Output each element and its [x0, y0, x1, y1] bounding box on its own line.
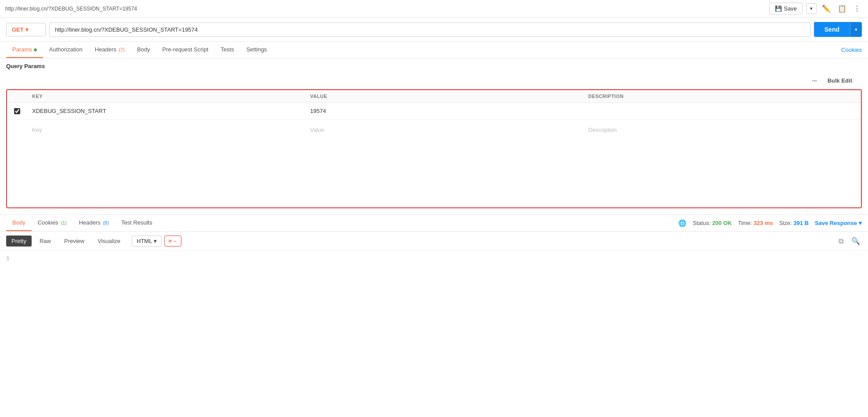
value-header: VALUE [305, 90, 583, 102]
empty-key-cell[interactable] [27, 123, 305, 137]
globe-icon: 🌐 [678, 219, 687, 227]
bulk-edit-bar: ··· Bulk Edit [6, 72, 862, 89]
bulk-edit-button[interactable]: Bulk Edit [824, 76, 856, 86]
bottom-tab-cookies[interactable]: Cookies (1) [32, 215, 73, 231]
method-select[interactable]: GET ▾ [6, 23, 46, 36]
send-main-button[interactable]: Send [814, 22, 850, 37]
value-cell: 19574 [305, 104, 583, 118]
top-bar: http://liner.blog.cn/?XDEBUG_SESSION_STA… [0, 0, 868, 18]
status-time: 323 ms [754, 220, 773, 226]
description-cell [583, 108, 861, 115]
tab-authorization[interactable]: Authorization [43, 42, 89, 58]
cookies-link[interactable]: Cookies [841, 42, 862, 58]
response-tabs: Body Cookies (1) Headers (8) Test Result… [0, 214, 868, 232]
save-response-button[interactable]: Save Response ▾ [815, 220, 862, 226]
params-table: KEY VALUE DESCRIPTION XDEBUG_SESSION_STA… [6, 89, 862, 208]
params-dot [34, 48, 37, 51]
raw-tab[interactable]: Raw [34, 236, 56, 247]
more-icon-button[interactable]: ··· [809, 76, 821, 86]
copy-response-button[interactable]: ⧉ [837, 236, 845, 247]
visualize-tab[interactable]: Visualize [92, 236, 126, 247]
key-input[interactable] [32, 127, 300, 133]
status-label: Status: 200 OK [693, 220, 732, 226]
more-options-button[interactable]: ⋮ [852, 3, 863, 15]
bottom-tab-test-results[interactable]: Test Results [115, 215, 159, 231]
row-checkbox-cell[interactable] [7, 105, 27, 118]
table-row: XDEBUG_SESSION_START 19574 [7, 103, 861, 120]
preview-tab[interactable]: Preview [59, 236, 90, 247]
empty-value-cell[interactable] [305, 123, 583, 137]
key-header: KEY [27, 90, 305, 102]
top-bar-actions: 💾 Save ▾ ✏️ 📋 ⋮ [769, 3, 863, 15]
line-number: 1 [6, 255, 10, 262]
pretty-tab[interactable]: Pretty [6, 236, 32, 247]
url-input[interactable] [49, 22, 810, 37]
tab-tests[interactable]: Tests [214, 42, 240, 58]
wrap-icon: ≡→ [168, 238, 177, 244]
key-cell: XDEBUG_SESSION_START [27, 104, 305, 118]
status-area: 🌐 Status: 200 OK Time: 323 ms Size: 391 … [678, 219, 862, 227]
value-input[interactable] [310, 127, 578, 133]
size-label: Size: 391 B [779, 220, 809, 226]
response-toolbar: Pretty Raw Preview Visualize HTML ▾ ≡→ ⧉… [0, 232, 868, 251]
description-input[interactable] [588, 127, 856, 133]
status-code: 200 OK [712, 220, 732, 226]
bottom-tab-headers[interactable]: Headers (8) [73, 215, 115, 231]
tab-params[interactable]: Params [6, 42, 43, 58]
params-area: ··· Bulk Edit KEY VALUE DESCRIPTION XDEB… [0, 72, 868, 214]
time-label: Time: 323 ms [738, 220, 773, 226]
status-size: 391 B [793, 220, 809, 226]
save-button[interactable]: 💾 Save [769, 3, 803, 15]
checkbox-header-cell [7, 90, 27, 102]
bottom-tab-body[interactable]: Body [6, 215, 32, 231]
tab-body[interactable]: Body [131, 42, 156, 58]
format-select[interactable]: HTML ▾ [132, 236, 162, 247]
save-caret-button[interactable]: ▾ [806, 3, 817, 14]
tab-headers[interactable]: Headers (7) [89, 42, 131, 58]
tab-settings[interactable]: Settings [240, 42, 273, 58]
top-bar-url: http://liner.blog.cn/?XDEBUG_SESSION_STA… [5, 6, 137, 12]
wrap-button[interactable]: ≡→ [164, 236, 181, 247]
send-caret-button[interactable]: ▾ [850, 23, 862, 36]
row-checkbox[interactable] [14, 108, 20, 114]
send-button-group: Send ▾ [814, 22, 862, 37]
params-header: KEY VALUE DESCRIPTION [7, 90, 861, 103]
description-header: DESCRIPTION [583, 90, 861, 102]
save-icon: 💾 [775, 5, 782, 12]
empty-checkbox-cell[interactable] [7, 123, 27, 130]
query-params-label: Query Params [0, 58, 868, 72]
response-actions: ⧉ 🔍 [837, 235, 862, 247]
request-tabs: Params Authorization Headers (7) Body Pr… [0, 42, 868, 58]
edit-icon-button[interactable]: ✏️ [820, 3, 832, 15]
empty-description-cell[interactable] [583, 123, 861, 137]
copy-icon-button[interactable]: 📋 [836, 3, 848, 15]
tab-pre-request-script[interactable]: Pre-request Script [156, 42, 215, 58]
empty-table-row [7, 120, 861, 207]
code-area: 1 [0, 251, 868, 266]
search-response-button[interactable]: 🔍 [850, 235, 862, 247]
url-bar: GET ▾ Send ▾ [0, 18, 868, 42]
